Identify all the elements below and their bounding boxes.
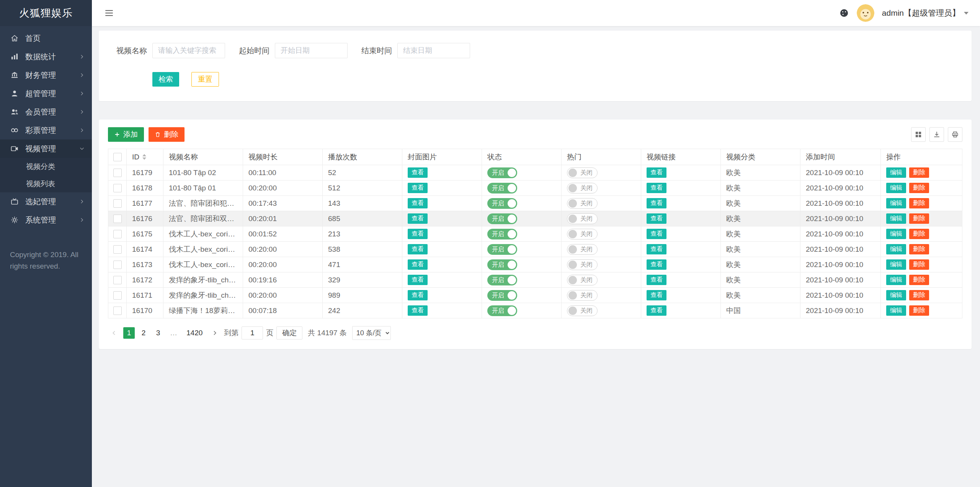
row-checkbox[interactable]: [113, 184, 122, 192]
delete-button[interactable]: 删除: [909, 229, 929, 239]
hot-toggle[interactable]: 关闭: [567, 244, 598, 255]
delete-button[interactable]: 删除: [909, 259, 929, 270]
sidebar-item-system[interactable]: 系统管理: [0, 211, 92, 229]
theme-icon[interactable]: [839, 8, 849, 18]
sidebar-item-video[interactable]: 视频管理: [0, 139, 92, 158]
jump-page-input[interactable]: [242, 326, 263, 339]
cover-view-button[interactable]: 查看: [408, 198, 428, 208]
cover-view-button[interactable]: 查看: [408, 290, 428, 300]
sidebar-subitem-video-list[interactable]: 视频列表: [0, 175, 92, 192]
sidebar-item-members[interactable]: 会员管理: [0, 103, 92, 121]
sidebar-item-lottery[interactable]: 彩票管理: [0, 121, 92, 139]
delete-button[interactable]: 删除: [909, 167, 929, 178]
row-checkbox[interactable]: [113, 230, 122, 238]
sidebar-item-admins[interactable]: 超管管理: [0, 84, 92, 103]
avatar[interactable]: [857, 4, 874, 22]
row-checkbox[interactable]: [113, 291, 122, 300]
row-checkbox[interactable]: [113, 169, 122, 177]
status-toggle[interactable]: 开启: [487, 229, 517, 239]
edit-button[interactable]: 编辑: [886, 167, 906, 178]
delete-button[interactable]: 删除: [909, 198, 929, 208]
sort-icon[interactable]: [142, 154, 146, 160]
edit-button[interactable]: 编辑: [886, 229, 906, 239]
page-button[interactable]: 3: [152, 327, 164, 339]
page-button[interactable]: 1420: [183, 327, 206, 339]
status-toggle[interactable]: 开启: [487, 198, 517, 209]
filter-columns-icon[interactable]: [911, 127, 926, 142]
cover-view-button[interactable]: 查看: [408, 229, 428, 239]
next-page-icon[interactable]: [209, 327, 221, 339]
edit-button[interactable]: 编辑: [886, 183, 906, 193]
sidebar-item-stats[interactable]: 数据统计: [0, 48, 92, 66]
edit-button[interactable]: 编辑: [886, 244, 906, 254]
edit-button[interactable]: 编辑: [886, 275, 906, 285]
sidebar-item-xuanfei[interactable]: 选妃管理: [0, 192, 92, 211]
hot-toggle[interactable]: 关闭: [567, 305, 598, 316]
link-view-button[interactable]: 查看: [647, 167, 666, 178]
status-toggle[interactable]: 开启: [487, 183, 517, 193]
select-all-checkbox[interactable]: [113, 153, 122, 161]
add-button[interactable]: 添加: [108, 127, 144, 142]
status-toggle[interactable]: 开启: [487, 305, 517, 316]
edit-button[interactable]: 编辑: [886, 213, 906, 224]
start-date-input[interactable]: [275, 43, 348, 58]
hot-toggle[interactable]: 关闭: [567, 198, 598, 209]
page-button[interactable]: 2: [138, 327, 149, 339]
hot-toggle[interactable]: 关闭: [567, 167, 598, 178]
status-toggle[interactable]: 开启: [487, 259, 517, 270]
video-name-input[interactable]: [152, 43, 225, 58]
row-checkbox[interactable]: [113, 215, 122, 223]
batch-delete-button[interactable]: 删除: [149, 127, 185, 142]
row-checkbox[interactable]: [113, 276, 122, 284]
row-checkbox[interactable]: [113, 261, 122, 269]
link-view-button[interactable]: 查看: [647, 198, 666, 208]
print-icon[interactable]: [948, 127, 962, 142]
row-checkbox[interactable]: [113, 199, 122, 208]
sidebar-subitem-video-category[interactable]: 视频分类: [0, 158, 92, 175]
delete-button[interactable]: 删除: [909, 213, 929, 224]
link-view-button[interactable]: 查看: [647, 305, 666, 316]
sidebar-item-finance[interactable]: 财务管理: [0, 66, 92, 84]
search-button[interactable]: 检索: [152, 72, 179, 87]
menu-toggle-icon[interactable]: [103, 7, 115, 19]
cover-view-button[interactable]: 查看: [408, 183, 428, 193]
status-toggle[interactable]: 开启: [487, 275, 517, 285]
cover-view-button[interactable]: 查看: [408, 305, 428, 316]
row-checkbox[interactable]: [113, 307, 122, 315]
link-view-button[interactable]: 查看: [647, 290, 666, 300]
delete-button[interactable]: 删除: [909, 290, 929, 300]
status-toggle[interactable]: 开启: [487, 167, 517, 178]
link-view-button[interactable]: 查看: [647, 213, 666, 224]
cover-view-button[interactable]: 查看: [408, 244, 428, 254]
cover-view-button[interactable]: 查看: [408, 275, 428, 285]
jump-confirm-button[interactable]: 确定: [276, 326, 302, 339]
hot-toggle[interactable]: 关闭: [567, 259, 598, 270]
hot-toggle[interactable]: 关闭: [567, 229, 598, 239]
edit-button[interactable]: 编辑: [886, 305, 906, 316]
row-checkbox[interactable]: [113, 245, 122, 254]
link-view-button[interactable]: 查看: [647, 275, 666, 285]
delete-button[interactable]: 删除: [909, 244, 929, 254]
cover-view-button[interactable]: 查看: [408, 213, 428, 224]
hot-toggle[interactable]: 关闭: [567, 183, 598, 193]
prev-page-icon[interactable]: [108, 327, 120, 339]
page-size-select[interactable]: 10 条/页: [352, 326, 391, 340]
user-menu[interactable]: admin【超级管理员】: [882, 8, 969, 18]
link-view-button[interactable]: 查看: [647, 244, 666, 254]
cover-view-button[interactable]: 查看: [408, 259, 428, 270]
reset-button[interactable]: 重置: [191, 72, 219, 87]
sidebar-item-home[interactable]: 首页: [0, 29, 92, 48]
end-date-input[interactable]: [397, 43, 470, 58]
link-view-button[interactable]: 查看: [647, 229, 666, 239]
cover-view-button[interactable]: 查看: [408, 167, 428, 178]
link-view-button[interactable]: 查看: [647, 259, 666, 270]
delete-button[interactable]: 删除: [909, 183, 929, 193]
delete-button[interactable]: 删除: [909, 305, 929, 316]
edit-button[interactable]: 编辑: [886, 259, 906, 270]
status-toggle[interactable]: 开启: [487, 244, 517, 255]
status-toggle[interactable]: 开启: [487, 290, 517, 301]
hot-toggle[interactable]: 关闭: [567, 275, 598, 285]
delete-button[interactable]: 删除: [909, 275, 929, 285]
hot-toggle[interactable]: 关闭: [567, 213, 598, 224]
status-toggle[interactable]: 开启: [487, 213, 517, 224]
